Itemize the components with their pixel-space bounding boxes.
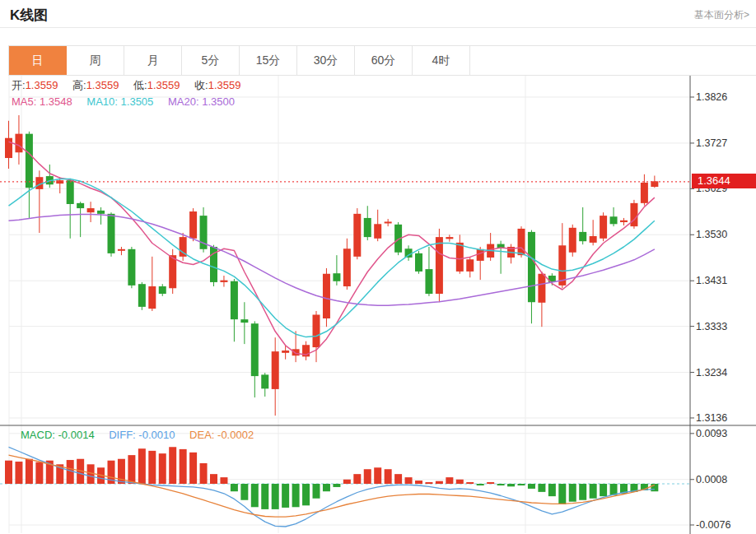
candle-up [282, 351, 289, 353]
macd-bar-positive [35, 462, 43, 484]
macd-bar-positive [200, 463, 208, 484]
high-label: 高: [72, 79, 86, 91]
candle-up [313, 314, 320, 347]
macd-bar-positive [436, 481, 443, 484]
ma20-line [9, 214, 655, 305]
macd-bar-positive [364, 469, 371, 484]
macd-bar-positive [353, 474, 361, 484]
price-axis-label: 1.3234 [696, 367, 727, 378]
macd-bar-positive [26, 459, 33, 484]
candle-up [446, 237, 453, 239]
kline-page: { "header": { "title": "K线图", "link": "基… [0, 0, 756, 534]
candle-down [26, 134, 33, 188]
macd-bar-positive [220, 477, 227, 484]
price-axis-label: 1.3333 [696, 321, 727, 332]
macd-bar-positive [128, 455, 135, 484]
ohlc-legend: 开:1.3559 高:1.3559 低:1.3559 收:1.3559 [12, 78, 240, 93]
current-price-badge: 1.3644 [692, 174, 756, 188]
candle-down [128, 249, 135, 286]
macd-bar-negative [282, 484, 289, 508]
candle-up [620, 221, 628, 222]
macd-bar-negative [518, 484, 525, 485]
candle-up [374, 224, 381, 239]
macd-bar-negative [548, 484, 556, 496]
macd-bar-positive [343, 480, 351, 484]
candle-up [343, 248, 351, 286]
macd-bar-positive [180, 449, 187, 484]
price-axis-label: 1.3431 [696, 275, 727, 286]
macd-bar-negative [231, 484, 238, 491]
candle-up [169, 255, 176, 288]
diff-value: DIFF: -0.0010 [109, 429, 175, 441]
price-axis-label: 1.3530 [696, 229, 727, 240]
candle-down [251, 323, 259, 376]
candle-down [610, 216, 618, 224]
macd-bar-positive [148, 451, 156, 484]
price-axis-label: 1.3727 [696, 137, 727, 149]
candle-up [641, 183, 648, 203]
candle-up [538, 274, 545, 303]
candle-down [364, 218, 371, 237]
macd-bar-negative [292, 484, 300, 507]
ma20-label: MA20: 1.3500 [168, 95, 235, 108]
macd-bar-negative [497, 484, 505, 485]
macd-bar-positive [138, 448, 146, 484]
macd-bar-negative [272, 484, 279, 509]
macd-bar-negative [333, 484, 340, 487]
macd-bar-positive [394, 474, 402, 484]
candle-down [333, 273, 340, 281]
macd-bar-positive [487, 482, 494, 484]
candle-up [220, 281, 227, 282]
candle-up [118, 249, 125, 251]
candle-up [518, 229, 525, 255]
candle-up [148, 286, 156, 309]
macd-bar-negative [610, 484, 618, 495]
candle-up [600, 216, 607, 239]
candle-down [240, 319, 248, 323]
candle-down [97, 211, 105, 214]
open-label: 开: [12, 79, 26, 91]
macd-legend: MACD: -0.0014 DIFF: -0.0010 DEA: -0.0002 [21, 429, 254, 441]
macd-bar-negative [538, 484, 545, 492]
dea-value: DEA: -0.0002 [189, 429, 254, 441]
candle-up [590, 236, 597, 243]
macd-bar-positive [159, 453, 166, 484]
macd-bar-positive [210, 474, 217, 484]
ma10-label: MA10: 1.3505 [86, 95, 153, 108]
ma10-line [9, 179, 655, 337]
candle-down [77, 203, 84, 208]
candle-up [456, 243, 464, 272]
candle-up [630, 203, 637, 226]
candle-up [436, 237, 443, 294]
high-value: 1.3559 [86, 79, 119, 91]
macd-bar-positive [87, 464, 95, 484]
macd-bar-negative [323, 484, 330, 491]
macd-axis-label: 0.0008 [696, 474, 727, 485]
macd-bar-positive [415, 481, 422, 484]
candle-up [272, 351, 279, 389]
candle-up [323, 274, 330, 318]
low-value: 1.3559 [147, 79, 180, 91]
candle-up [385, 221, 392, 223]
candle-up [353, 214, 361, 257]
candle-up [466, 259, 474, 272]
macd-bar-positive [374, 467, 381, 484]
candle-up [87, 208, 95, 212]
macd-bar-negative [600, 484, 607, 496]
candle-up [15, 134, 22, 153]
macd-bar-positive [405, 477, 413, 484]
candle-up [477, 249, 484, 261]
macd-bar-negative [261, 484, 268, 509]
price-axis-label: 1.3826 [696, 91, 727, 103]
macd-bar-negative [313, 484, 320, 499]
candle-down [425, 269, 432, 294]
macd-bar-negative [240, 484, 248, 500]
candle-up [569, 228, 576, 253]
candle-down [138, 284, 146, 307]
macd-bar-negative [251, 484, 259, 507]
macd-bar-positive [15, 462, 22, 484]
price-axis-label: 1.3136 [696, 412, 727, 424]
candle-up [292, 349, 300, 355]
close-label: 收: [194, 79, 208, 91]
macd-bar-negative [569, 484, 576, 502]
